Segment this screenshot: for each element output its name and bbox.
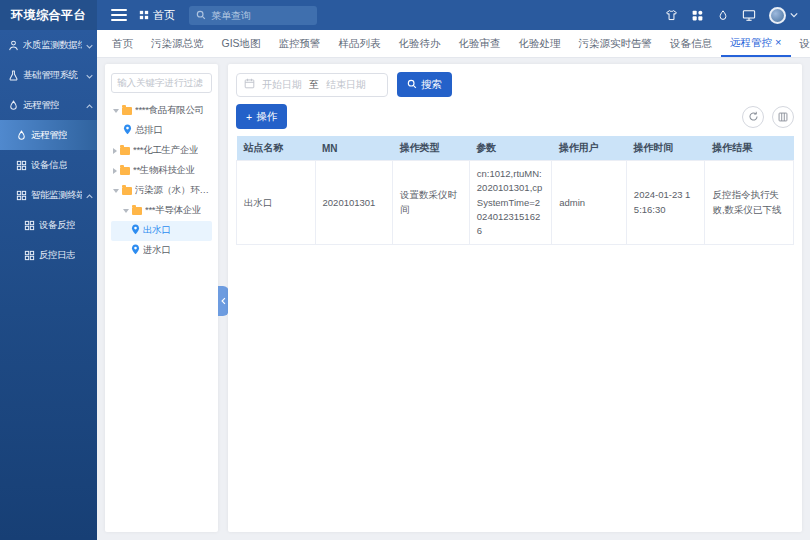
water-drop-icon — [16, 130, 27, 141]
flask-icon — [8, 70, 19, 81]
tab-sample-list[interactable]: 样品列表 — [330, 30, 390, 57]
caret-down-icon[interactable] — [113, 109, 119, 113]
cell-operation-time: 2024-01-23 15:16:30 — [626, 161, 705, 245]
site-tree-panel: ****食品有限公司 总排口 ***化工生产企业 **生物科技企业 污染源（水）… — [105, 64, 218, 532]
tab-lab-process[interactable]: 化验处理 — [510, 30, 570, 57]
monitor-icon[interactable] — [742, 9, 756, 22]
tree-node-outlet[interactable]: 出水口 — [111, 221, 212, 241]
tree-node-main-outlet[interactable]: 总排口 — [111, 121, 212, 141]
close-icon[interactable]: × — [775, 37, 781, 48]
refresh-button[interactable] — [742, 106, 764, 128]
plus-icon: + — [246, 111, 252, 123]
topbar-home-link[interactable]: 首页 — [139, 8, 175, 23]
hamburger-menu-icon[interactable] — [111, 9, 127, 21]
caret-right-icon[interactable] — [113, 168, 117, 174]
column-settings-button[interactable] — [772, 106, 794, 128]
flame-icon[interactable] — [717, 9, 729, 22]
sidebar-item-device-reverse-control[interactable]: 设备反控 — [0, 210, 97, 240]
topbar: 环境综合平台 首页 — [0, 0, 810, 30]
grid-icon — [16, 190, 27, 201]
col-mn: MN — [315, 136, 392, 161]
cell-operation-user: admin — [552, 161, 627, 245]
tab-remote-control[interactable]: 远程管控 × — [721, 30, 790, 57]
sidebar: 水质监测数据综合分析 基础管理系统 远程管控 远程管控 设备信息 智能监测终端 … — [0, 30, 97, 540]
sidebar-item-label: 基础管理系统 — [23, 69, 78, 82]
topbar-home-label: 首页 — [153, 8, 175, 23]
folder-icon — [120, 167, 130, 175]
date-range-picker[interactable]: 开始日期 至 结束日期 — [236, 73, 388, 97]
sidebar-item-smart-terminal[interactable]: 智能监测终端 — [0, 180, 97, 210]
tab-monitor-alert[interactable]: 监控预警 — [270, 30, 330, 57]
sidebar-item-label: 远程管控 — [31, 129, 67, 142]
sidebar-item-base-system[interactable]: 基础管理系统 — [0, 60, 97, 90]
sidebar-item-label: 远程管控 — [23, 99, 59, 112]
cell-site-name: 出水口 — [237, 161, 316, 245]
operate-button[interactable]: + 操作 — [236, 104, 287, 129]
tree-node-semiconductor-company[interactable]: ***半导体企业 — [111, 201, 212, 221]
grid-icon — [24, 220, 35, 231]
end-date-placeholder: 结束日期 — [326, 78, 366, 92]
sidebar-item-label: 设备信息 — [31, 159, 67, 172]
sidebar-item-device-info[interactable]: 设备信息 — [0, 150, 97, 180]
chevron-down-icon — [86, 70, 93, 81]
chevron-up-icon — [86, 100, 93, 111]
sidebar-item-remote-control-child[interactable]: 远程管控 — [0, 120, 97, 150]
app-logo: 环境综合平台 — [0, 0, 97, 30]
tab-lab-review[interactable]: 化验审查 — [450, 30, 510, 57]
sidebar-item-label: 反控日志 — [39, 249, 75, 262]
menu-search-input[interactable] — [211, 10, 301, 21]
action-row: + 操作 — [236, 104, 794, 129]
tree-filter-input[interactable] — [111, 73, 212, 93]
table-row[interactable]: 出水口 2020101301 设置数采仪时间 cn:1012,rtuMN:202… — [237, 161, 794, 245]
tab-device-reverse-control[interactable]: 设备反控 — [791, 30, 810, 57]
calendar-icon — [244, 78, 255, 91]
caret-down-icon[interactable] — [113, 189, 119, 193]
tab-device-info[interactable]: 设备信息 — [661, 30, 721, 57]
range-separator: 至 — [309, 78, 319, 92]
water-drop-icon — [8, 100, 19, 111]
avatar — [769, 7, 786, 24]
sidebar-item-reverse-control-log[interactable]: 反控日志 — [0, 240, 97, 270]
tree-node-food-company[interactable]: ****食品有限公司 — [111, 101, 212, 121]
tab-home[interactable]: 首页 — [103, 30, 142, 57]
menu-search-box[interactable] — [189, 6, 317, 25]
cell-mn: 2020101301 — [315, 161, 392, 245]
tree-node-chemical-company[interactable]: ***化工生产企业 — [111, 141, 212, 161]
sidebar-item-label: 设备反控 — [39, 219, 75, 232]
tabbar: 首页 污染源总览 GIS地图 监控预警 样品列表 化验待办 化验审查 化验处理 … — [97, 30, 810, 58]
tab-pollution-overview[interactable]: 污染源总览 — [142, 30, 213, 57]
chevron-up-icon — [86, 190, 93, 201]
topbar-actions — [665, 7, 810, 24]
analysis-icon — [8, 40, 19, 51]
theme-shirt-icon[interactable] — [665, 9, 678, 22]
tree-node-epa-bureau[interactable]: 污染源（水）环保局 — [111, 181, 212, 201]
search-icon — [196, 10, 206, 20]
home-grid-icon — [139, 10, 149, 20]
col-operation-result: 操作结果 — [705, 136, 794, 161]
folder-icon — [120, 147, 130, 155]
tree-node-inlet[interactable]: 进水口 — [111, 241, 212, 261]
tab-gis-map[interactable]: GIS地图 — [213, 30, 270, 57]
folder-icon — [122, 187, 132, 195]
filter-row: 开始日期 至 结束日期 搜索 — [236, 72, 794, 97]
user-menu[interactable] — [769, 7, 798, 24]
operations-table: 站点名称 MN 操作类型 参数 操作用户 操作时间 操作结果 出水口 20201… — [236, 136, 794, 245]
chevron-down-icon — [86, 40, 93, 51]
search-button[interactable]: 搜索 — [397, 72, 452, 97]
col-operation-type: 操作类型 — [392, 136, 469, 161]
pin-icon — [131, 244, 140, 257]
grid-icon — [24, 250, 35, 261]
caret-down-icon[interactable] — [123, 209, 129, 213]
tab-lab-todo[interactable]: 化验待办 — [390, 30, 450, 57]
table-header-row: 站点名称 MN 操作类型 参数 操作用户 操作时间 操作结果 — [237, 136, 794, 161]
col-site-name: 站点名称 — [237, 136, 316, 161]
sidebar-item-label: 智能监测终端 — [31, 189, 82, 202]
layout-icon[interactable] — [691, 9, 704, 22]
tree-node-biotech-company[interactable]: **生物科技企业 — [111, 161, 212, 181]
sidebar-item-remote-control[interactable]: 远程管控 — [0, 90, 97, 120]
caret-right-icon[interactable] — [113, 148, 117, 154]
grid-icon — [16, 160, 27, 171]
sidebar-item-water-analysis[interactable]: 水质监测数据综合分析 — [0, 30, 97, 60]
cell-parameters: cn:1012,rtuMN:2020101301,cpSystemTime=20… — [469, 161, 551, 245]
tab-realtime-alarm[interactable]: 污染源实时告警 — [570, 30, 662, 57]
